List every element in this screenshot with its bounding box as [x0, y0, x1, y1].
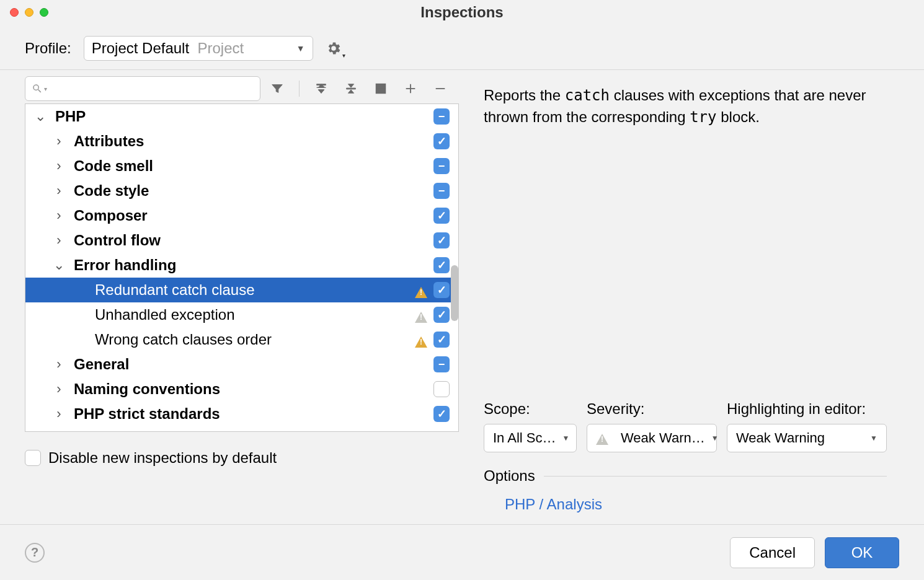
tree-item-label: Control flow	[74, 232, 433, 249]
highlighting-value: Weak Warning	[736, 430, 825, 446]
profile-name: Project Default	[92, 40, 189, 56]
close-window-button[interactable]	[10, 8, 19, 17]
collapse-all-icon	[344, 82, 358, 95]
inspection-checkbox[interactable]: ✓	[433, 406, 450, 422]
tree-item-label: Code smell	[74, 157, 433, 175]
collapse-all-button[interactable]	[343, 81, 359, 97]
chevron-right-icon[interactable]: ›	[51, 381, 66, 397]
tree-row[interactable]: Unhandled exception!✓	[25, 302, 458, 327]
warning-icon: !	[415, 287, 427, 298]
inspection-checkbox[interactable]: ✓	[433, 133, 450, 149]
chevron-down-icon: ▼	[711, 434, 719, 442]
inspection-checkbox[interactable]: ✓	[433, 332, 450, 348]
left-pane: ▾	[25, 76, 459, 524]
options-link[interactable]: PHP / Analysis	[505, 496, 887, 513]
tree-row[interactable]: ›PHP strict standards✓	[25, 402, 458, 426]
chevron-right-icon[interactable]: ›	[51, 133, 66, 149]
inspection-checkbox[interactable]: −	[433, 158, 450, 174]
inspection-checkbox[interactable]	[433, 381, 450, 397]
profile-label: Profile:	[25, 40, 71, 57]
disable-new-inspections-row: Disable new inspections by default	[25, 432, 459, 484]
maximize-window-button[interactable]	[40, 8, 48, 17]
options-header: Options	[484, 467, 535, 485]
tree-item-label: Unhandled exception	[95, 306, 415, 323]
add-button[interactable]	[402, 81, 419, 97]
warning-icon: !	[596, 434, 608, 445]
profile-dropdown[interactable]: Project Default Project ▼	[84, 36, 313, 61]
ok-button[interactable]: OK	[825, 537, 899, 568]
tree-row[interactable]: Redundant catch clause!✓	[25, 278, 458, 302]
severity-value: Weak Warn…	[621, 430, 705, 446]
tree-row[interactable]: ⌄Error handling✓	[25, 253, 458, 278]
tree-item-label: Composer	[74, 207, 433, 224]
chevron-right-icon[interactable]: ›	[51, 158, 66, 174]
search-input[interactable]: ▾	[25, 76, 260, 101]
minimize-window-button[interactable]	[25, 8, 33, 17]
inspection-checkbox[interactable]: ✓	[433, 232, 450, 248]
expand-all-button[interactable]	[313, 81, 329, 97]
tree-item-label: Attributes	[74, 133, 433, 150]
help-button[interactable]: ?	[25, 543, 45, 563]
chevron-right-icon[interactable]: ›	[51, 208, 66, 224]
tree-row[interactable]: ›Control flow✓	[25, 228, 458, 253]
profile-row: Profile: Project Default Project ▼ ▾	[0, 25, 924, 70]
highlighting-label: Highlighting in editor:	[727, 400, 887, 418]
expand-all-icon	[314, 82, 328, 95]
separator	[299, 81, 300, 97]
chevron-right-icon[interactable]: ›	[51, 183, 66, 199]
vertical-scrollbar[interactable]	[451, 265, 458, 321]
inspection-checkbox[interactable]: ✓	[433, 257, 450, 273]
tree-row[interactable]: ›Attributes✓	[25, 129, 458, 154]
inspection-checkbox[interactable]: ✓	[433, 282, 450, 298]
gear-icon	[326, 40, 342, 56]
chevron-down-icon[interactable]: ⌄	[33, 108, 48, 125]
chevron-right-icon[interactable]: ›	[51, 356, 66, 372]
highlighting-dropdown[interactable]: Weak Warning ▼	[727, 424, 887, 452]
plus-icon	[404, 82, 417, 95]
titlebar: Inspections	[0, 0, 924, 25]
disable-new-inspections-label: Disable new inspections by default	[48, 449, 277, 467]
search-toolbar: ▾	[25, 76, 459, 101]
right-pane: Reports the catch clauses with exception…	[484, 76, 924, 524]
chevron-down-icon[interactable]: ⌄	[51, 257, 66, 273]
inspection-checkbox[interactable]: ✓	[433, 208, 450, 224]
desc-text: Reports the	[484, 87, 565, 103]
inspection-checkbox[interactable]: ✓	[433, 307, 450, 323]
tree-item-label: Error handling	[74, 257, 433, 274]
desc-text: block.	[717, 108, 760, 125]
disable-new-inspections-checkbox[interactable]	[25, 450, 41, 466]
remove-button[interactable]	[432, 81, 448, 97]
chevron-right-icon[interactable]: ›	[51, 406, 66, 422]
tree-row[interactable]: Wrong catch clauses order!✓	[25, 327, 458, 352]
tree-row[interactable]: ›Composer✓	[25, 203, 458, 228]
severity-dropdown[interactable]: ! Weak Warn… ▼	[587, 424, 717, 452]
filter-icon	[270, 82, 284, 95]
inspection-checkbox[interactable]: −	[433, 356, 450, 372]
tree-row[interactable]: ›General−	[25, 352, 458, 377]
inspection-description: Reports the catch clauses with exception…	[484, 85, 887, 128]
inspection-checkbox[interactable]: −	[433, 183, 450, 199]
cancel-button[interactable]: Cancel	[730, 537, 815, 568]
inspection-checkbox[interactable]: −	[433, 108, 450, 125]
profile-settings-button[interactable]: ▾	[326, 40, 342, 56]
tree-row[interactable]: ›Code smell−	[25, 154, 458, 178]
severity-label: Severity:	[587, 400, 717, 418]
search-icon	[32, 83, 43, 94]
chevron-down-icon: ▼	[296, 43, 305, 53]
tree-row[interactable]: ›Naming conventions	[25, 377, 458, 402]
tree-item-label: Redundant catch clause	[95, 281, 415, 299]
chevron-down-icon: ▼	[870, 434, 877, 442]
minus-icon	[433, 82, 447, 95]
chevron-right-icon[interactable]: ›	[51, 232, 66, 248]
chevron-down-icon: ▾	[44, 86, 47, 92]
chevron-down-icon: ▼	[562, 434, 569, 442]
warning-icon: !	[415, 312, 427, 323]
scope-label: Scope:	[484, 400, 577, 418]
scope-dropdown[interactable]: In All Sc… ▼	[484, 424, 577, 452]
reset-button[interactable]	[373, 81, 389, 97]
filter-button[interactable]	[269, 81, 285, 97]
chevron-down-icon: ▾	[342, 52, 345, 59]
tree-row[interactable]: ›Code style−	[25, 178, 458, 203]
tree-row[interactable]: ⌄PHP−	[25, 104, 458, 129]
scope-value: In All Sc…	[493, 430, 556, 446]
